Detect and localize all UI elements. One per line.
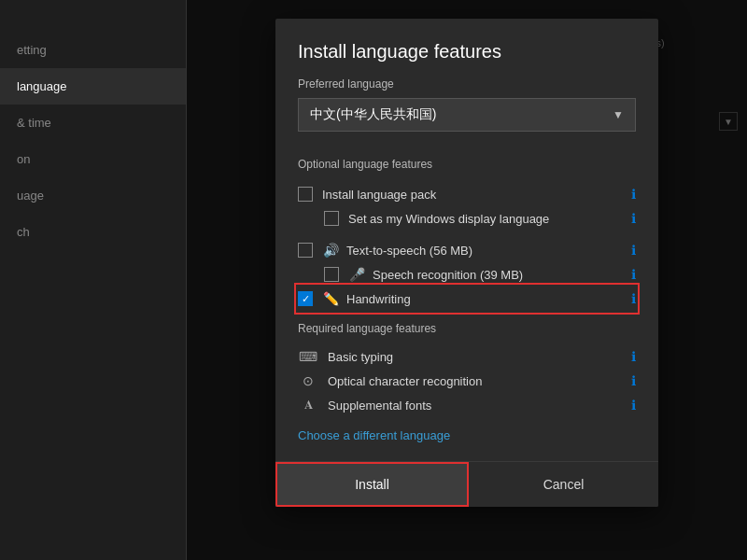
optional-section-label: Optional language features (298, 158, 636, 171)
feature-display-lang: Set as my Windows display language ℹ (324, 206, 636, 231)
modal-body: Optional language features Install langu… (275, 158, 658, 461)
choose-different-language-link[interactable]: Choose a different language (298, 428, 636, 442)
info-icon-text-to-speech[interactable]: ℹ (631, 243, 636, 258)
info-icon-lang-pack[interactable]: ℹ (631, 187, 636, 202)
speech-recognition-icon: 🎤 (348, 267, 365, 282)
language-dropdown-value: 中文(中华人民共和国) (310, 106, 436, 123)
checkbox-handwriting[interactable] (298, 291, 313, 306)
handwriting-icon: ✏️ (322, 291, 339, 306)
chevron-down-icon: ▼ (613, 108, 624, 121)
feature-label-install-lang-pack: Install language pack (322, 188, 624, 202)
ocr-icon: ⊙ (298, 373, 318, 388)
modal-header: Install language features Preferred lang… (275, 19, 658, 154)
feature-text-to-speech: 🔊 Text-to-speech (56 MB) ℹ (298, 238, 636, 262)
feature-label-display-lang: Set as my Windows display language (348, 212, 624, 226)
info-icon-ocr[interactable]: ℹ (631, 373, 636, 388)
sidebar: etting language & time on uage ch (0, 0, 187, 560)
modal-overlay: 2 Install language features Preferred la… (187, 0, 747, 560)
text-to-speech-icon: 🔊 (322, 243, 339, 258)
feature-label-speech-recognition: Speech recognition (39 MB) (373, 268, 624, 282)
feature-speech-recognition: 🎤 Speech recognition (39 MB) ℹ (324, 262, 636, 287)
feature-label-text-to-speech: Text-to-speech (56 MB) (346, 244, 624, 258)
sidebar-item-time[interactable]: & time (0, 105, 186, 141)
checkbox-display-lang[interactable] (324, 211, 339, 226)
checkbox-text-to-speech[interactable] (298, 243, 313, 258)
install-button[interactable]: Install (275, 462, 469, 507)
req-label-ocr: Optical character recognition (328, 374, 624, 388)
sidebar-item-empty[interactable] (0, 9, 186, 32)
modal-title: Install language features (298, 41, 636, 63)
basic-typing-icon: ⌨ (298, 349, 318, 364)
modal-footer: Install Cancel (275, 461, 658, 507)
info-icon-handwriting[interactable]: ℹ (631, 291, 636, 306)
preferred-lang-label: Preferred language (298, 77, 636, 91)
feature-label-handwriting: Handwriting (346, 292, 624, 306)
info-icon-supplemental-fonts[interactable]: ℹ (631, 398, 636, 413)
feature-install-lang-pack: Install language pack ℹ (298, 182, 636, 206)
install-language-modal: 2 Install language features Preferred la… (275, 19, 658, 507)
feature-handwriting: ✏️ Handwriting ℹ (298, 287, 636, 311)
sidebar-item-ch[interactable]: ch (0, 214, 186, 250)
req-label-basic-typing: Basic typing (328, 350, 624, 364)
main-background: format nited States) ▼ ar in this list t… (187, 0, 747, 560)
supplemental-fonts-icon: 𝐀 (298, 398, 318, 413)
required-supplemental-fonts: 𝐀 Supplemental fonts ℹ (298, 393, 636, 417)
cancel-button[interactable]: Cancel (469, 462, 658, 507)
sidebar-item-language[interactable]: language (0, 68, 186, 105)
checkbox-install-lang-pack[interactable] (298, 187, 313, 202)
checkbox-speech-recognition[interactable] (324, 267, 339, 282)
sidebar-item-setting[interactable]: etting (0, 32, 186, 68)
info-icon-display-lang[interactable]: ℹ (631, 211, 636, 226)
info-icon-speech-recognition[interactable]: ℹ (631, 267, 636, 282)
req-label-supplemental-fonts: Supplemental fonts (328, 399, 624, 413)
sidebar-item-on[interactable]: on (0, 141, 186, 177)
required-ocr: ⊙ Optical character recognition ℹ (298, 369, 636, 393)
info-icon-basic-typing[interactable]: ℹ (631, 349, 636, 364)
required-section-label: Required language features (298, 322, 636, 335)
language-dropdown[interactable]: 中文(中华人民共和国) ▼ (298, 98, 636, 132)
required-basic-typing: ⌨ Basic typing ℹ (298, 344, 636, 369)
sidebar-item-uage[interactable]: uage (0, 177, 186, 214)
